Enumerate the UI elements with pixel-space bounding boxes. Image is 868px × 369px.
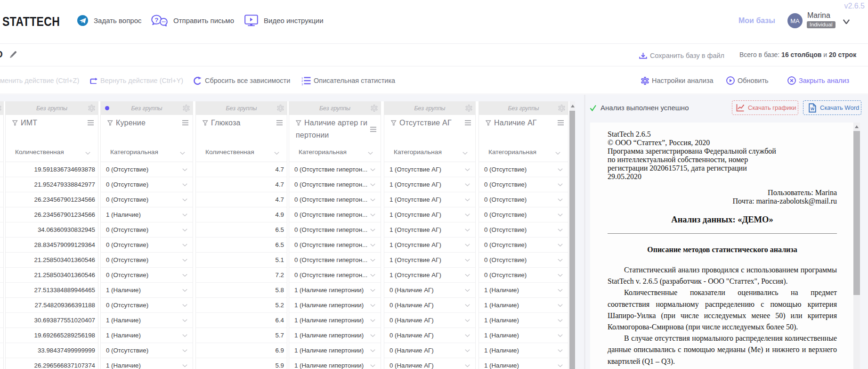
svg-text:1: 1 bbox=[301, 76, 303, 79]
svg-text:3: 3 bbox=[301, 82, 303, 85]
svg-text:?: ? bbox=[154, 16, 158, 24]
svg-text:2: 2 bbox=[301, 80, 303, 82]
svg-text:W: W bbox=[811, 107, 815, 111]
